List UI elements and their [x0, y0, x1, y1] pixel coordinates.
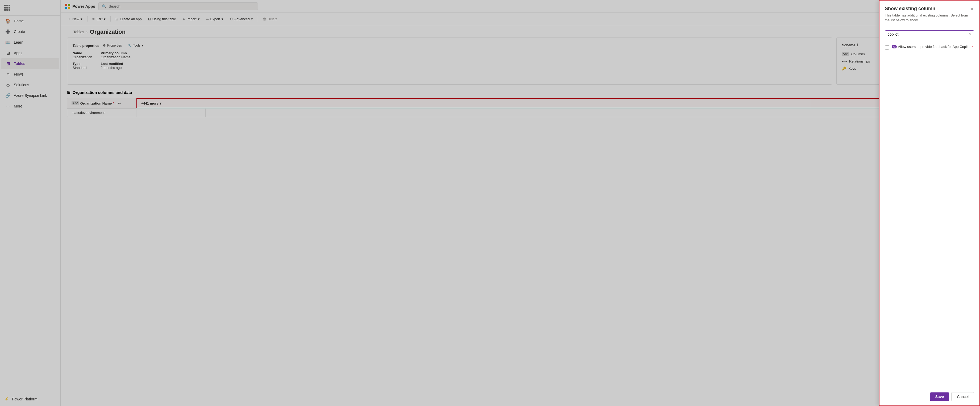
modal-search-clear-button[interactable]: ×: [969, 32, 971, 37]
column-checkbox-item-0: AI Allow users to provide feedback for A…: [885, 43, 974, 52]
column-label-text: Allow users to provide feedback for App …: [898, 45, 970, 49]
modal-search-input[interactable]: [888, 32, 967, 37]
modal-cancel-button[interactable]: Cancel: [951, 392, 974, 401]
column-required-star: *: [972, 45, 973, 49]
modal-subtitle: This table has additional existing colum…: [885, 13, 970, 22]
modal-footer: Save Cancel: [880, 388, 980, 406]
modal-search-box[interactable]: ×: [885, 30, 974, 38]
column-checkbox-label-0[interactable]: AI Allow users to provide feedback for A…: [892, 45, 973, 49]
modal-save-button[interactable]: Save: [930, 392, 950, 401]
column-checkbox-0[interactable]: [885, 45, 889, 49]
modal-backdrop: [0, 0, 980, 406]
show-existing-column-modal: Show existing column This table has addi…: [879, 0, 980, 406]
modal-title: Show existing column: [885, 6, 970, 11]
modal-header: Show existing column This table has addi…: [880, 0, 980, 26]
modal-body: × AI Allow users to provide feedback for…: [880, 26, 980, 388]
copilot-badge-icon: AI: [892, 45, 897, 48]
modal-close-button[interactable]: ×: [970, 6, 974, 13]
